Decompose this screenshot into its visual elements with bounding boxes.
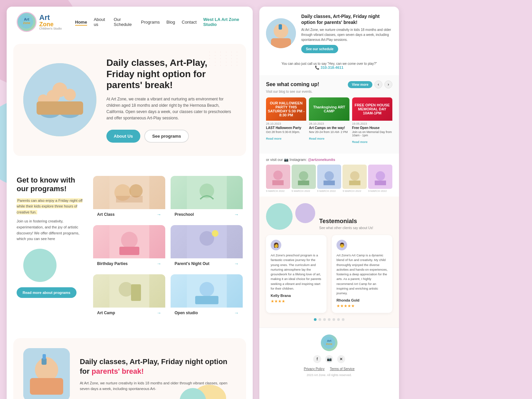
logo-art-text: Art [39,14,62,21]
view-more-button[interactable]: View more [348,81,372,88]
header: Art Zone Art Zone Children's Studio Home… [7,7,253,37]
event-card-thanksgiving[interactable]: Thanksgiving ART CAMP 28.10.2023 Art Cam… [309,97,349,144]
instagram-item-4[interactable]: 9 MARCH 2022 [342,165,367,193]
coming-up-section: See what coming up! View more ‹ › Visit … [259,75,399,154]
phone-text: You can also just call us to say "Hey, c… [266,62,392,66]
instagram-img-5 [368,165,392,189]
read-more-programs-button[interactable]: Read more about programs [17,287,76,298]
svg-point-40 [273,171,283,180]
art-class-arrow: → [157,212,161,217]
programs-title: Get to know with our programs! [17,176,83,193]
nav-schedule[interactable]: Our Schedule [114,17,134,27]
hero-buttons: About Us See programs [106,130,233,143]
right-column: Daily classes, Art-Play, Friday night op… [259,7,399,399]
instagram-item-3[interactable]: 9 MARCH 2022 [317,165,341,193]
svg-rect-38 [279,24,282,30]
programs-desc-2: Join us in fostering creativity, experim… [17,218,83,242]
dot-4[interactable] [328,318,331,321]
dot-1[interactable] [314,318,317,321]
see-programs-button[interactable]: See programs [144,130,189,143]
testimonial-stars-1: ★★★★ [271,299,322,304]
footer-links: Privacy Policy Terms of Service [266,367,392,371]
program-card-preschool[interactable]: Preschool → [171,176,243,220]
twitter-icon[interactable]: ✕ [337,355,345,363]
svg-point-46 [325,171,334,181]
instagram-label: or visit our 📷 Instagram: @artzonekunits [266,158,392,162]
thanksgiving-event-title: Art Camps on the way! [309,126,349,130]
dot-7[interactable] [342,318,344,321]
nav-arrows: ‹ › [374,80,392,88]
svg-text:Zone: Zone [326,342,332,345]
nav-contact[interactable]: Contact [182,20,197,25]
memorial-read-more[interactable]: Read more [352,140,368,144]
program-card-open-studio[interactable]: Open studio → [171,274,243,318]
dot-3[interactable] [323,318,326,321]
memorial-event-desc: Join us on Memorial Day from 10am - 1pm [352,130,392,137]
see-schedule-button[interactable]: See our schedule [301,45,338,53]
event-card-memorial[interactable]: FREE OPEN HOUSE MEMORIAL DAY 10AM-1PM 19… [352,97,392,144]
instagram-item-1[interactable]: 9 MARCH 2022 [266,165,290,193]
next-arrow[interactable]: › [384,80,392,88]
svg-point-22 [212,230,218,237]
svg-rect-50 [349,181,360,185]
svg-rect-14 [116,196,143,202]
memorial-event-image: FREE OPEN HOUSE MEMORIAL DAY 10AM-1PM [352,97,392,121]
program-card-parents-night[interactable]: Parent's Night Out → [171,225,243,269]
svg-rect-28 [195,296,218,304]
svg-point-10 [53,82,67,97]
instagram-item-2[interactable]: 9 MARCH 2022 [292,165,316,193]
instagram-meta-1: 9 MARCH 2022 [266,190,290,193]
coming-up-header: See what coming up! View more ‹ › [266,80,392,88]
nav-west-la[interactable]: West LA Art Zone Studio [203,17,243,27]
instagram-meta-4: 9 MARCH 2022 [342,190,367,193]
logo[interactable]: Art Zone Art Zone Children's Studio [17,12,62,32]
events-grid: OUR HALLOWEEN PARTY THIS SATURDAY 5:30 P… [266,97,392,144]
facebook-icon[interactable]: f [313,355,321,363]
halloween-event-desc: Oct 28 from 5:30-8:30pm. [266,130,306,134]
program-card-art-class[interactable]: Art Class → [93,176,165,220]
preschool-image [171,176,243,209]
svg-rect-41 [272,180,284,185]
nav-about[interactable]: About us [94,17,107,27]
right-footer: Art Zone f 📷 ✕ Privacy Policy Terms of S… [259,328,399,383]
dot-5[interactable] [332,318,335,321]
logo-zone-text: Zone [39,21,62,27]
thanksgiving-read-more[interactable]: Read more [309,137,325,140]
halloween-read-more[interactable]: Read more [266,137,282,140]
nav-programs[interactable]: Programs [141,20,160,25]
thanksgiving-event-image: Thanksgiving ART CAMP [309,97,349,121]
testimonials-section: Testemonials See what other clients say … [259,197,399,328]
event-card-halloween[interactable]: OUR HALLOWEEN PARTY THIS SATURDAY 5:30 P… [266,97,306,144]
about-us-button[interactable]: About Us [106,130,140,143]
prev-arrow[interactable]: ‹ [374,80,382,88]
program-card-art-camp[interactable]: Art Camp → [93,274,165,318]
instagram-icon[interactable]: 📷 [325,355,333,363]
program-card-birthday[interactable]: Birthday Parties → [93,225,165,269]
nav-home[interactable]: Home [75,20,87,25]
art-camp-arrow: → [157,310,161,316]
footer-copyright: 2023 Art Zone. All rights reserved. [266,373,392,377]
halloween-event-title: LAST Halloween Party [266,126,306,130]
right-header: Daily classes, Art-Play, Friday night op… [259,7,399,60]
instagram-section: or visit our 📷 Instagram: @artzonekunits… [259,154,399,197]
svg-point-43 [299,171,308,181]
dot-6[interactable] [337,318,340,321]
right-hero-image [266,18,296,48]
hero-image [23,63,96,136]
svg-text:Art: Art [24,17,29,21]
privacy-policy-link[interactable]: Privacy Policy [304,367,325,371]
programs-grid: Art Class → Preschool → [93,176,243,318]
left-column: Art Zone Art Zone Children's Studio Home… [7,7,253,399]
dot-2[interactable] [319,318,321,321]
footer-logo: Art Zone [321,334,337,351]
nav-blog[interactable]: Blog [166,20,175,25]
birthday-image [93,225,165,258]
programs-section: Get to know with our programs! Parents c… [7,163,253,332]
instagram-item-5[interactable]: 9 MARCH 2022 [368,165,392,193]
testimonial-text-2: Art Zone's Art Camp is a dynamic blend o… [336,253,388,296]
parents-night-label: Parent's Night Out → [171,258,243,269]
terms-of-service-link[interactable]: Terms of Service [330,367,354,371]
svg-text:Zone: Zone [23,21,30,25]
right-hero-title: Daily classes, Art-Play, Friday night op… [301,13,392,25]
instagram-handle[interactable]: @artzonekunits [308,158,335,162]
